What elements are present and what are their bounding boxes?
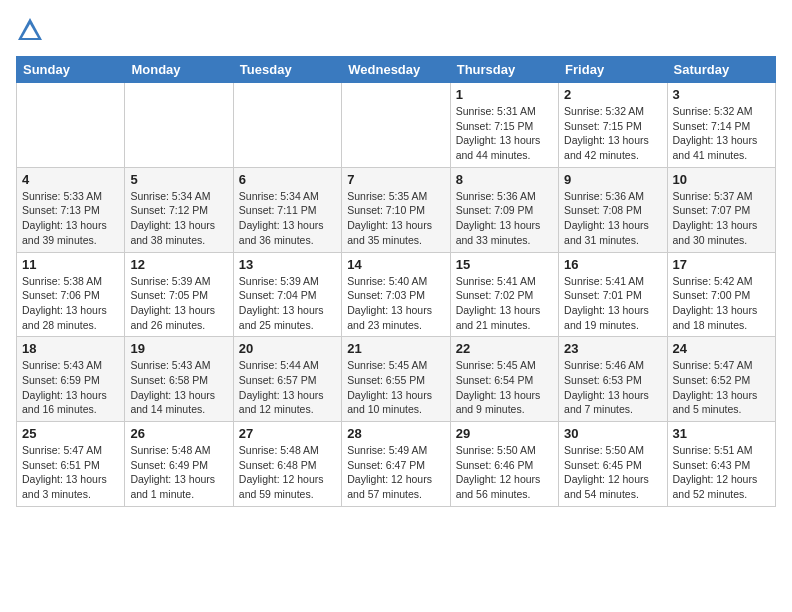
calendar-cell: 3Sunrise: 5:32 AM Sunset: 7:14 PM Daylig…	[667, 83, 775, 168]
day-number: 5	[130, 172, 227, 187]
calendar-cell: 31Sunrise: 5:51 AM Sunset: 6:43 PM Dayli…	[667, 422, 775, 507]
calendar-cell: 14Sunrise: 5:40 AM Sunset: 7:03 PM Dayli…	[342, 252, 450, 337]
day-number: 15	[456, 257, 553, 272]
calendar-cell	[233, 83, 341, 168]
day-number: 22	[456, 341, 553, 356]
calendar-cell: 7Sunrise: 5:35 AM Sunset: 7:10 PM Daylig…	[342, 167, 450, 252]
calendar-week-2: 4Sunrise: 5:33 AM Sunset: 7:13 PM Daylig…	[17, 167, 776, 252]
day-info: Sunrise: 5:42 AM Sunset: 7:00 PM Dayligh…	[673, 274, 770, 333]
day-header-saturday: Saturday	[667, 57, 775, 83]
day-number: 30	[564, 426, 661, 441]
day-number: 1	[456, 87, 553, 102]
calendar-cell: 22Sunrise: 5:45 AM Sunset: 6:54 PM Dayli…	[450, 337, 558, 422]
day-info: Sunrise: 5:31 AM Sunset: 7:15 PM Dayligh…	[456, 104, 553, 163]
day-number: 31	[673, 426, 770, 441]
day-info: Sunrise: 5:39 AM Sunset: 7:05 PM Dayligh…	[130, 274, 227, 333]
day-number: 2	[564, 87, 661, 102]
day-number: 18	[22, 341, 119, 356]
day-info: Sunrise: 5:46 AM Sunset: 6:53 PM Dayligh…	[564, 358, 661, 417]
day-info: Sunrise: 5:36 AM Sunset: 7:08 PM Dayligh…	[564, 189, 661, 248]
calendar-header-row: SundayMondayTuesdayWednesdayThursdayFrid…	[17, 57, 776, 83]
day-header-tuesday: Tuesday	[233, 57, 341, 83]
calendar-cell: 19Sunrise: 5:43 AM Sunset: 6:58 PM Dayli…	[125, 337, 233, 422]
calendar-cell: 30Sunrise: 5:50 AM Sunset: 6:45 PM Dayli…	[559, 422, 667, 507]
calendar-week-3: 11Sunrise: 5:38 AM Sunset: 7:06 PM Dayli…	[17, 252, 776, 337]
day-header-monday: Monday	[125, 57, 233, 83]
day-number: 3	[673, 87, 770, 102]
day-info: Sunrise: 5:47 AM Sunset: 6:52 PM Dayligh…	[673, 358, 770, 417]
day-info: Sunrise: 5:47 AM Sunset: 6:51 PM Dayligh…	[22, 443, 119, 502]
calendar-table: SundayMondayTuesdayWednesdayThursdayFrid…	[16, 56, 776, 507]
day-info: Sunrise: 5:37 AM Sunset: 7:07 PM Dayligh…	[673, 189, 770, 248]
day-number: 25	[22, 426, 119, 441]
day-info: Sunrise: 5:45 AM Sunset: 6:55 PM Dayligh…	[347, 358, 444, 417]
calendar-cell: 2Sunrise: 5:32 AM Sunset: 7:15 PM Daylig…	[559, 83, 667, 168]
day-info: Sunrise: 5:45 AM Sunset: 6:54 PM Dayligh…	[456, 358, 553, 417]
calendar-cell: 15Sunrise: 5:41 AM Sunset: 7:02 PM Dayli…	[450, 252, 558, 337]
calendar-cell: 27Sunrise: 5:48 AM Sunset: 6:48 PM Dayli…	[233, 422, 341, 507]
day-info: Sunrise: 5:35 AM Sunset: 7:10 PM Dayligh…	[347, 189, 444, 248]
day-info: Sunrise: 5:33 AM Sunset: 7:13 PM Dayligh…	[22, 189, 119, 248]
calendar-week-4: 18Sunrise: 5:43 AM Sunset: 6:59 PM Dayli…	[17, 337, 776, 422]
day-header-friday: Friday	[559, 57, 667, 83]
day-info: Sunrise: 5:48 AM Sunset: 6:48 PM Dayligh…	[239, 443, 336, 502]
day-info: Sunrise: 5:39 AM Sunset: 7:04 PM Dayligh…	[239, 274, 336, 333]
day-number: 23	[564, 341, 661, 356]
day-info: Sunrise: 5:50 AM Sunset: 6:45 PM Dayligh…	[564, 443, 661, 502]
day-number: 7	[347, 172, 444, 187]
calendar-cell: 20Sunrise: 5:44 AM Sunset: 6:57 PM Dayli…	[233, 337, 341, 422]
day-number: 19	[130, 341, 227, 356]
logo-icon	[16, 16, 44, 44]
day-info: Sunrise: 5:41 AM Sunset: 7:02 PM Dayligh…	[456, 274, 553, 333]
day-number: 14	[347, 257, 444, 272]
calendar-cell: 24Sunrise: 5:47 AM Sunset: 6:52 PM Dayli…	[667, 337, 775, 422]
day-number: 29	[456, 426, 553, 441]
day-number: 16	[564, 257, 661, 272]
calendar-cell: 26Sunrise: 5:48 AM Sunset: 6:49 PM Dayli…	[125, 422, 233, 507]
day-info: Sunrise: 5:36 AM Sunset: 7:09 PM Dayligh…	[456, 189, 553, 248]
day-info: Sunrise: 5:34 AM Sunset: 7:11 PM Dayligh…	[239, 189, 336, 248]
logo	[16, 16, 48, 44]
calendar-cell: 10Sunrise: 5:37 AM Sunset: 7:07 PM Dayli…	[667, 167, 775, 252]
day-header-sunday: Sunday	[17, 57, 125, 83]
calendar-cell: 17Sunrise: 5:42 AM Sunset: 7:00 PM Dayli…	[667, 252, 775, 337]
day-header-thursday: Thursday	[450, 57, 558, 83]
day-number: 21	[347, 341, 444, 356]
calendar-cell: 25Sunrise: 5:47 AM Sunset: 6:51 PM Dayli…	[17, 422, 125, 507]
calendar-cell: 13Sunrise: 5:39 AM Sunset: 7:04 PM Dayli…	[233, 252, 341, 337]
calendar-cell: 1Sunrise: 5:31 AM Sunset: 7:15 PM Daylig…	[450, 83, 558, 168]
calendar-cell: 8Sunrise: 5:36 AM Sunset: 7:09 PM Daylig…	[450, 167, 558, 252]
calendar-cell	[342, 83, 450, 168]
page-header	[16, 16, 776, 44]
calendar-week-5: 25Sunrise: 5:47 AM Sunset: 6:51 PM Dayli…	[17, 422, 776, 507]
calendar-cell: 23Sunrise: 5:46 AM Sunset: 6:53 PM Dayli…	[559, 337, 667, 422]
day-number: 9	[564, 172, 661, 187]
day-number: 4	[22, 172, 119, 187]
day-number: 20	[239, 341, 336, 356]
day-number: 17	[673, 257, 770, 272]
day-number: 28	[347, 426, 444, 441]
calendar-cell: 18Sunrise: 5:43 AM Sunset: 6:59 PM Dayli…	[17, 337, 125, 422]
day-number: 10	[673, 172, 770, 187]
calendar-cell: 9Sunrise: 5:36 AM Sunset: 7:08 PM Daylig…	[559, 167, 667, 252]
calendar-cell: 12Sunrise: 5:39 AM Sunset: 7:05 PM Dayli…	[125, 252, 233, 337]
calendar-cell: 11Sunrise: 5:38 AM Sunset: 7:06 PM Dayli…	[17, 252, 125, 337]
day-number: 24	[673, 341, 770, 356]
day-number: 12	[130, 257, 227, 272]
calendar-cell: 6Sunrise: 5:34 AM Sunset: 7:11 PM Daylig…	[233, 167, 341, 252]
day-info: Sunrise: 5:51 AM Sunset: 6:43 PM Dayligh…	[673, 443, 770, 502]
calendar-week-1: 1Sunrise: 5:31 AM Sunset: 7:15 PM Daylig…	[17, 83, 776, 168]
day-number: 13	[239, 257, 336, 272]
day-info: Sunrise: 5:32 AM Sunset: 7:15 PM Dayligh…	[564, 104, 661, 163]
day-info: Sunrise: 5:40 AM Sunset: 7:03 PM Dayligh…	[347, 274, 444, 333]
day-number: 27	[239, 426, 336, 441]
day-info: Sunrise: 5:43 AM Sunset: 6:58 PM Dayligh…	[130, 358, 227, 417]
day-number: 6	[239, 172, 336, 187]
day-info: Sunrise: 5:48 AM Sunset: 6:49 PM Dayligh…	[130, 443, 227, 502]
day-number: 11	[22, 257, 119, 272]
day-info: Sunrise: 5:32 AM Sunset: 7:14 PM Dayligh…	[673, 104, 770, 163]
calendar-cell	[125, 83, 233, 168]
calendar-cell: 29Sunrise: 5:50 AM Sunset: 6:46 PM Dayli…	[450, 422, 558, 507]
calendar-cell: 5Sunrise: 5:34 AM Sunset: 7:12 PM Daylig…	[125, 167, 233, 252]
day-number: 26	[130, 426, 227, 441]
